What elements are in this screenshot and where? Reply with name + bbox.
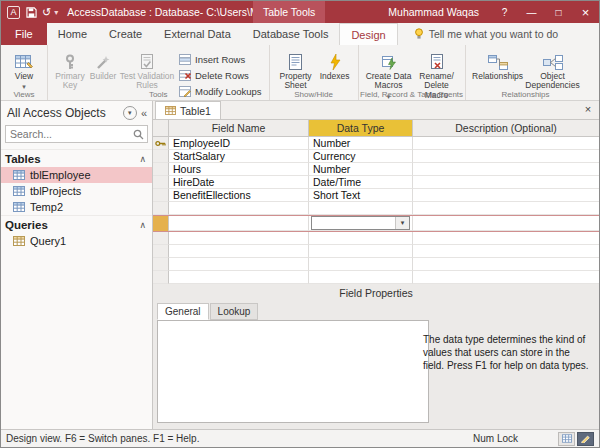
data-type-cell[interactable] <box>309 245 413 258</box>
tell-me-box[interactable]: Tell me what you want to do <box>414 23 559 45</box>
view-button[interactable]: View ▾ <box>6 48 42 91</box>
undo-icon[interactable]: ↺ <box>42 6 51 19</box>
data-type-cell[interactable] <box>309 258 413 271</box>
property-grid[interactable] <box>157 320 429 423</box>
row-selector[interactable] <box>153 258 169 271</box>
description-cell[interactable] <box>413 176 599 189</box>
row-selector[interactable] <box>153 271 169 284</box>
field-name-cell[interactable] <box>169 232 309 245</box>
insert-rows-button[interactable]: Insert Rows <box>179 53 262 66</box>
description-cell[interactable] <box>413 202 599 215</box>
description-cell[interactable] <box>413 271 599 284</box>
row-selector[interactable] <box>153 137 169 150</box>
document-close-icon[interactable]: × <box>581 103 595 115</box>
field-name-cell[interactable] <box>169 216 309 231</box>
data-type-header[interactable]: Data Type <box>309 120 413 137</box>
user-name[interactable]: Muhammad Waqas <box>388 6 479 18</box>
indexes-button[interactable]: Indexes <box>317 48 353 81</box>
row-selector[interactable] <box>153 163 169 176</box>
data-type-cell[interactable]: Date/Time <box>309 176 413 189</box>
row-selector[interactable] <box>153 189 169 202</box>
field-name-cell[interactable] <box>169 245 309 258</box>
indexes-icon <box>329 50 341 70</box>
delete-rows-button[interactable]: Delete Rows <box>179 69 262 82</box>
test-validation-rules-label: Test Validation Rules <box>119 72 175 91</box>
field-name-cell[interactable]: HireDate <box>169 176 309 189</box>
datasheet-view-button[interactable] <box>558 432 575 446</box>
design-view-icon <box>581 434 591 443</box>
data-type-cell[interactable] <box>309 202 413 215</box>
data-type-cell[interactable]: Short Text <box>309 189 413 202</box>
combobox-dropdown-icon[interactable]: ▾ <box>395 217 409 229</box>
data-type-cell[interactable]: Number <box>309 137 413 150</box>
design-view-button[interactable] <box>577 432 594 446</box>
view-icon <box>15 50 33 70</box>
data-type-cell[interactable]: ▾ <box>309 216 413 231</box>
search-input[interactable] <box>6 128 133 140</box>
row-selector[interactable] <box>153 232 169 245</box>
field-name-cell[interactable]: EmployeeID <box>169 137 309 150</box>
field-name-cell[interactable]: BenefitEllections <box>169 189 309 202</box>
help-button[interactable]: ? <box>491 1 518 23</box>
relationships-button[interactable]: Relationships <box>471 48 525 81</box>
tab-general[interactable]: General <box>157 303 209 320</box>
ribbon-tab-external-data[interactable]: External Data <box>153 23 242 45</box>
data-type-cell[interactable]: Currency <box>309 150 413 163</box>
current-row-selector[interactable] <box>153 216 169 231</box>
tab-lookup[interactable]: Lookup <box>210 303 259 320</box>
nav-item-tblprojects[interactable]: tblProjects <box>1 183 152 199</box>
nav-item-query1[interactable]: Query1 <box>1 233 152 249</box>
description-cell[interactable] <box>413 189 599 202</box>
field-name-cell[interactable] <box>169 258 309 271</box>
nav-menu-dropdown-icon[interactable]: ▾ <box>123 106 137 120</box>
minimize-button[interactable]: — <box>518 1 545 23</box>
close-button[interactable]: × <box>572 1 599 23</box>
description-cell[interactable] <box>413 163 599 176</box>
nav-item-label: tblEmployee <box>30 169 91 181</box>
ribbon-tab-row: File Home Create External Data Database … <box>1 23 599 45</box>
nav-group-queries[interactable]: Queries ∧ <box>1 215 152 233</box>
data-type-cell[interactable] <box>309 232 413 245</box>
maximize-button[interactable]: □ <box>545 1 572 23</box>
row-selector[interactable] <box>153 202 169 215</box>
field-name-cell[interactable]: StartSalary <box>169 150 309 163</box>
qat-dropdown-icon[interactable]: ▾ <box>54 8 58 17</box>
row-selector[interactable] <box>153 150 169 163</box>
object-dependencies-button[interactable]: Object Dependencies <box>525 48 581 91</box>
nav-item-tblemployee[interactable]: tblEmployee <box>1 167 152 183</box>
ribbon-tab-home[interactable]: Home <box>47 23 98 45</box>
nav-group-tables[interactable]: Tables ∧ <box>1 149 152 167</box>
property-sheet-button[interactable]: Property Sheet <box>275 48 317 91</box>
description-cell[interactable] <box>413 232 599 245</box>
status-message: Design view. F6 = Switch panes. F1 = Hel… <box>6 433 473 444</box>
description-cell[interactable] <box>413 245 599 258</box>
nav-item-temp2[interactable]: Temp2 <box>1 199 152 215</box>
document-tab-table1[interactable]: Table1 <box>155 101 221 119</box>
ribbon-tab-create[interactable]: Create <box>98 23 153 45</box>
row-selector[interactable] <box>153 245 169 258</box>
primary-key-icon <box>63 50 77 70</box>
nav-item-label: Query1 <box>30 235 66 247</box>
field-name-header[interactable]: Field Name <box>169 120 309 137</box>
data-type-cell[interactable] <box>309 271 413 284</box>
save-icon[interactable] <box>26 7 37 18</box>
ribbon-tab-design[interactable]: Design <box>339 23 397 45</box>
description-cell[interactable] <box>413 150 599 163</box>
field-name-cell[interactable] <box>169 271 309 284</box>
field-name-cell[interactable] <box>169 202 309 215</box>
collapse-pane-icon[interactable]: « <box>141 107 147 119</box>
ribbon-tab-database-tools[interactable]: Database Tools <box>242 23 340 45</box>
data-type-combobox[interactable]: ▾ <box>311 216 410 230</box>
description-header[interactable]: Description (Optional) <box>413 120 599 137</box>
ribbon-tab-file[interactable]: File <box>1 23 47 45</box>
description-cell[interactable] <box>413 216 599 231</box>
field-name-cell[interactable]: Hours <box>169 163 309 176</box>
row-selector[interactable] <box>153 176 169 189</box>
data-type-cell[interactable]: Number <box>309 163 413 176</box>
table-row: Hours Number <box>153 163 599 176</box>
nav-search-box[interactable] <box>5 125 148 143</box>
view-label: View <box>15 72 33 81</box>
description-cell[interactable] <box>413 137 599 150</box>
table-row-empty <box>153 245 599 258</box>
description-cell[interactable] <box>413 258 599 271</box>
